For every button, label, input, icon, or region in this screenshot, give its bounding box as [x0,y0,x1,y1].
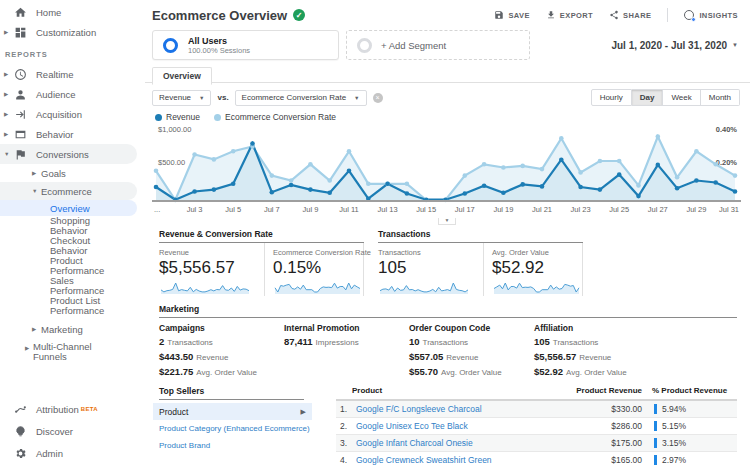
marketing-col-campaigns: Campaigns2Transactions$443.50Revenue$221… [159,323,284,381]
svg-text:Jul 23: Jul 23 [571,205,591,214]
top-sellers-item-product[interactable]: Product▶ [153,403,312,420]
top-sellers-item-product[interactable]: Product Category (Enhanced Ecommerce) [153,420,312,437]
insights-button[interactable]: INSIGHTS [684,10,738,21]
sidebar-item-overview[interactable]: Overview [0,200,137,216]
timeseries-chart[interactable]: $1,000.00$500.000.40%0.20%...Jul 3Jul 5J… [152,123,742,225]
add-segment-button[interactable]: + Add Segment [346,30,530,60]
product-link[interactable]: Google F/C Longsleeve Charcoal [356,404,482,414]
discover-icon [13,424,27,438]
collapse-arrow-icon: ▼ [32,188,41,194]
pct-bar [654,438,657,448]
granularity-week[interactable]: Week [663,89,700,106]
share-button[interactable]: SHARE [609,10,651,20]
pct-bar [654,404,657,414]
sidebar-item-shopping-behavior[interactable]: Shopping Behavior [0,216,145,236]
sidebar-item-goals[interactable]: ▶ Goals [0,164,145,182]
product-link[interactable]: Google Unisex Eco Tee Black [356,421,468,431]
attribution-icon [13,402,27,416]
realtime-icon [13,67,27,81]
svg-text:Jul 25: Jul 25 [609,205,629,214]
conversion-legend-dot [214,114,221,121]
insights-icon [684,10,695,21]
sidebar-item-audience[interactable]: ▶ Audience [0,84,145,104]
svg-text:...: ... [154,205,160,214]
section-title: Transactions [378,229,583,243]
granularity-buttons: HourlyDayWeekMonth [591,89,740,106]
page-title: Ecommerce Overview [152,8,287,23]
sidebar-item-realtime[interactable]: ▶ Realtime [0,64,145,84]
sidebar-item-acquisition[interactable]: ▶ Acquisition [0,104,145,124]
sidebar-item-sales-performance[interactable]: Sales Performance [0,276,145,296]
svg-text:Jul 19: Jul 19 [493,205,513,214]
sidebar-item-behavior[interactable]: ▶ Behavior [0,124,145,144]
svg-text:Jul 3: Jul 3 [187,205,203,214]
svg-text:Jul 13: Jul 13 [378,205,398,214]
product-row: 1.Google F/C Longsleeve Charcoal $330.00… [336,401,737,418]
marketing-section: Marketing Campaigns2Transactions$443.50R… [159,304,737,381]
sidebar: Home ▶ Customization REPORTS ▶ Realtime … [0,0,145,466]
sidebar-item-attribution[interactable]: AttributionBETA [0,398,145,420]
chart-legend: Revenue Ecommerce Conversion Rate [145,106,750,122]
svg-text:Jul 21: Jul 21 [532,205,552,214]
sidebar-item-multi-channel-funnels[interactable]: ▶ Multi-Channel Funnels [0,342,145,362]
date-range-picker[interactable]: Jul 1, 2020 - Jul 31, 2020 ▼ [611,40,738,51]
metric1-select[interactable]: Revenue▼ [152,90,211,106]
behavior-icon [13,127,27,141]
conversions-flag-icon [13,147,27,161]
sidebar-item-product-list-performance[interactable]: Product List Performance [0,296,145,316]
tab-overview[interactable]: Overview [152,67,212,85]
tab-row: Overview [145,65,750,83]
product-table-header: Product Product Revenue % Product Revenu… [336,386,737,401]
verified-check-icon: ✓ [293,9,305,21]
section-title: Revenue & Conversion Rate [159,229,364,243]
bottom-tables: Top Sellers Product▶Product Category (En… [159,386,737,466]
expand-arrow-icon: ▶ [4,29,13,35]
add-segment-circle-icon [357,38,372,53]
granularity-hourly[interactable]: Hourly [591,89,632,106]
svg-text:$500.00: $500.00 [158,158,185,167]
chevron-down-icon: ▼ [199,95,204,101]
top-sellers-item-product[interactable]: Product Brand [153,437,312,454]
granularity-month[interactable]: Month [701,89,740,106]
sidebar-item-checkout-behavior[interactable]: Checkout Behavior [0,236,145,256]
revenue-legend-dot [155,114,162,121]
svg-text:0.40%: 0.40% [716,125,738,134]
svg-text:Jul 11: Jul 11 [339,205,358,214]
sidebar-item-ecommerce[interactable]: ▼ Ecommerce [0,182,137,200]
segment-row: All Users 100.00% Sessions + Add Segment… [145,28,750,65]
home-icon [13,5,27,19]
product-link[interactable]: Google Crewneck Sweatshirt Green [356,455,492,465]
export-button[interactable]: EXPORT [546,10,593,20]
sidebar-item-conversions[interactable]: ▼ Conversions [0,144,137,164]
sidebar-item-discover[interactable]: Discover [0,420,145,442]
segment-all-users[interactable]: All Users 100.00% Sessions [152,30,339,60]
sidebar-item-admin[interactable]: Admin [0,442,145,464]
divider [667,8,668,22]
sidebar-item-customization[interactable]: ▶ Customization [0,22,145,42]
chart-expander[interactable]: ▼ [438,218,456,225]
top-sellers-title: Top Sellers [159,386,304,400]
svg-text:Jul 15: Jul 15 [416,205,436,214]
sidebar-item-product-performance[interactable]: Product Performance [0,256,145,276]
scorecard-revenue: Revenue $5,556.57 [159,243,265,296]
save-button[interactable]: SAVE [494,10,529,20]
clear-metric-icon[interactable]: × [373,93,383,103]
pct-bar [654,455,657,465]
product-link[interactable]: Google Infant Charcoal Onesie [356,438,473,448]
chevron-down-icon: ▼ [732,42,738,48]
scorecard-transactions: Transactions 105 [378,243,484,296]
topbar: Ecommerce Overview ✓ SAVE EXPORT SHARE [145,0,750,28]
product-table: Product Product Revenue % Product Revenu… [336,386,737,466]
acquisition-icon [13,107,27,121]
segment-circle-icon [163,38,178,53]
metric2-select[interactable]: Ecommerce Conversion Rate▼ [235,90,367,106]
marketing-col-internal-promotion: Internal Promotion87,411Impressions [284,323,409,381]
svg-text:Jul 31: Jul 31 [719,205,739,214]
granularity-day[interactable]: Day [632,89,664,106]
sidebar-item-marketing[interactable]: ▶ Marketing [0,320,145,338]
sidebar-item-home[interactable]: Home [0,2,145,22]
marketing-title: Marketing [159,304,737,318]
svg-text:Jul 29: Jul 29 [686,205,706,214]
reports-section-label: REPORTS [0,42,145,64]
save-icon [494,10,504,20]
